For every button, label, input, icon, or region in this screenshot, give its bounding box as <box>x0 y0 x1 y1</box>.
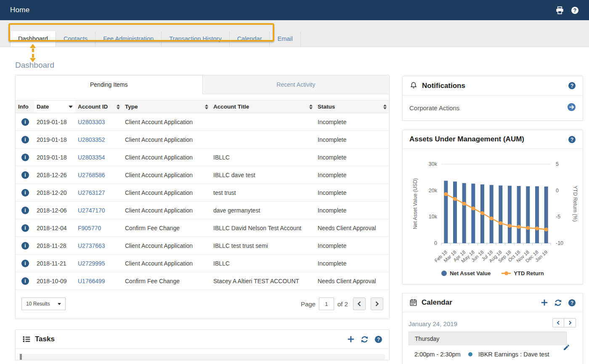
account-id-link[interactable]: F905770 <box>78 225 101 231</box>
print-icon[interactable] <box>555 6 564 14</box>
aum-title: Assets Under Management (AUM) <box>409 135 524 143</box>
calendar-event[interactable]: 2:00pm - 2:30pm IBKR Earnings : Dave tes… <box>409 345 576 358</box>
info-icon[interactable]: i <box>21 171 29 179</box>
account-id-link[interactable]: U1766499 <box>78 278 105 284</box>
page-of-label: of 2 <box>337 300 348 308</box>
cell-account-title: dave germanytest <box>211 202 315 219</box>
tab-email[interactable]: Email <box>270 31 300 47</box>
cell-status: Needs Client Approval <box>315 219 389 237</box>
tab-transaction-history[interactable]: Transaction History <box>162 31 229 47</box>
add-task-icon[interactable] <box>347 335 355 343</box>
next-page-button[interactable] <box>371 298 383 310</box>
panel-tab-recent-activity[interactable]: Recent Activity <box>202 75 390 94</box>
tab-contacts[interactable]: Contacts <box>56 31 96 47</box>
dashboard-heading: Dashboard <box>15 61 390 70</box>
sort-desc-icon <box>69 106 73 108</box>
legend-item-net-asset-value: Net Asset Value <box>441 270 491 276</box>
account-id-link[interactable]: U2747170 <box>78 207 105 214</box>
info-icon[interactable]: i <box>21 277 29 285</box>
cell-type: Client Account Application <box>122 113 211 131</box>
cell-date: 2019-01-18 <box>34 113 75 131</box>
account-id-link[interactable]: U2768586 <box>78 172 105 178</box>
refresh-icon[interactable] <box>361 335 369 343</box>
account-id-link[interactable]: U2737663 <box>78 242 105 249</box>
table-row: i2018-12-04F905770Confirm Fee ChangeIBLL… <box>16 219 389 237</box>
chart-legend: Net Asset ValueYTD Return <box>406 268 579 282</box>
account-id-link[interactable]: U2763127 <box>78 189 105 196</box>
cell-date: 2018-11-28 <box>34 237 75 255</box>
svg-text:?: ? <box>570 83 573 89</box>
prev-page-button[interactable] <box>353 298 366 310</box>
calendar-title: Calendar <box>422 298 452 307</box>
cell-status: Incomplete <box>315 184 389 202</box>
panel-tab-pending-items[interactable]: Pending Items <box>16 75 202 94</box>
edit-pencil-icon[interactable] <box>563 344 570 351</box>
cell-account-title: IBLLC test trust semi <box>211 237 315 255</box>
cell-type: Client Account Application <box>122 166 211 184</box>
info-icon[interactable]: i <box>21 260 29 267</box>
info-icon[interactable]: i <box>21 154 29 161</box>
svg-text:0: 0 <box>434 240 437 246</box>
cell-status: Incomplete <box>315 202 389 219</box>
tab-fee-administration[interactable]: Fee Administration <box>96 31 162 47</box>
calendar-icon <box>409 298 417 307</box>
info-icon[interactable]: i <box>21 224 29 232</box>
info-icon[interactable]: i <box>21 189 29 197</box>
cell-date: 2018-11-21 <box>34 255 75 272</box>
add-event-icon[interactable] <box>541 299 548 306</box>
svg-text:Net Asset Value (USD): Net Asset Value (USD) <box>412 178 418 229</box>
cell-status: Incomplete <box>315 149 389 166</box>
cell-type: Client Account Application <box>122 237 211 255</box>
cell-account-title: IBLLC <box>211 149 315 166</box>
svg-text:?: ? <box>377 336 380 342</box>
account-id-link[interactable]: U2803352 <box>78 136 105 143</box>
chevron-right-icon <box>374 301 379 307</box>
account-id-link[interactable]: U2729995 <box>78 260 105 267</box>
cell-account-title <box>211 131 315 149</box>
table-body: i2019-01-18U2803303Client Account Applic… <box>16 113 389 290</box>
panel-tabs: Pending ItemsRecent Activity <box>16 75 389 94</box>
notification-item[interactable]: Corporate Actions <box>403 96 583 120</box>
arrow-right-circle-icon[interactable] <box>567 103 576 112</box>
info-icon[interactable]: i <box>21 118 29 126</box>
help-icon[interactable]: ? <box>568 299 576 307</box>
tab-calendar[interactable]: Calendar <box>230 31 270 47</box>
info-icon[interactable]: i <box>21 207 29 214</box>
account-id-link[interactable]: U2803354 <box>78 154 105 161</box>
account-id-link[interactable]: U2803303 <box>78 119 105 125</box>
results-per-page-select[interactable]: 10 Results <box>21 298 66 310</box>
table-row: i2018-12-26U2768586Client Account Applic… <box>16 166 389 184</box>
tab-dashboard[interactable]: Dashboard <box>10 31 56 47</box>
column-header-date[interactable]: Date <box>34 101 75 113</box>
column-header-account-title[interactable]: Account Title <box>211 101 315 113</box>
column-header-type[interactable]: Type <box>122 101 211 113</box>
aum-panel: Assets Under Management (AUM) ? 010k20k3… <box>402 130 583 284</box>
calendar-panel: Calendar ? <box>402 293 583 364</box>
page-number-input[interactable] <box>319 298 334 310</box>
event-time: 2:00pm - 2:30pm <box>414 351 468 358</box>
bell-icon <box>409 81 418 90</box>
table-row: i2019-01-18U2803354Client Account Applic… <box>16 149 389 166</box>
table-row: i2018-10-09U1766499Confirm Fee ChangeSta… <box>16 272 389 290</box>
help-icon[interactable]: ? <box>374 335 382 343</box>
table-header: InfoDateAccount IDTypeAccount TitleStatu… <box>16 101 389 113</box>
cell-type: Client Account Application <box>122 131 211 149</box>
info-icon[interactable]: i <box>21 136 29 143</box>
column-header-status[interactable]: Status <box>315 101 389 113</box>
column-header-account-id[interactable]: Account ID <box>75 101 122 113</box>
calendar-next-button[interactable] <box>564 318 576 327</box>
help-icon[interactable]: ? <box>568 82 576 90</box>
refresh-icon[interactable] <box>554 299 562 307</box>
sort-icon <box>309 104 313 109</box>
table-row: i2018-11-28U2737663Client Account Applic… <box>16 237 389 255</box>
help-icon[interactable]: ? <box>571 6 579 14</box>
cell-type: Client Account Application <box>122 202 211 219</box>
cell-status: Incomplete <box>315 113 389 131</box>
chevron-left-icon <box>357 301 362 307</box>
info-icon[interactable]: i <box>21 242 29 250</box>
calendar-prev-button[interactable] <box>552 318 564 327</box>
chevron-right-icon <box>568 320 572 325</box>
svg-text:30k: 30k <box>429 161 438 167</box>
chevron-left-icon <box>556 320 560 325</box>
help-icon[interactable]: ? <box>568 136 576 143</box>
